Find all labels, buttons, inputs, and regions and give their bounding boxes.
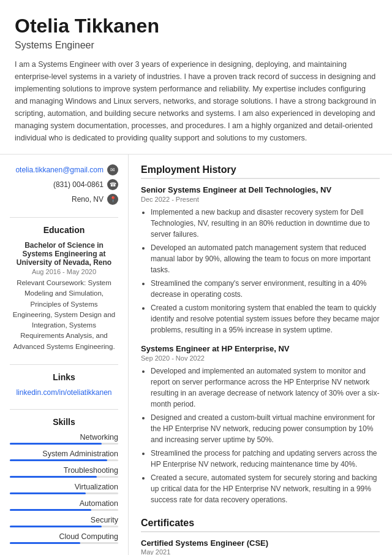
skill-name: Networking xyxy=(10,433,118,442)
job-bullets: Implemented a new backup and disaster re… xyxy=(141,207,380,335)
skill-name: System Administration xyxy=(10,450,118,458)
skill-item: Troubleshooting xyxy=(10,466,118,478)
bullet-item: Created a secure, automated system for s… xyxy=(151,472,380,505)
skill-name: Automation xyxy=(10,499,118,508)
location-text: Reno, NV xyxy=(72,195,104,204)
email-link[interactable]: otelia.tikkanen@gmail.com xyxy=(15,166,104,174)
bullet-item: Streamlined the company's server environ… xyxy=(151,278,380,300)
coursework-text: Relevant Coursework: System Modeling and… xyxy=(10,278,118,352)
links-section: Links linkedin.com/in/oteliatikkanen xyxy=(10,372,118,397)
bullet-item: Developed an automated patch management … xyxy=(151,242,380,275)
skill-name: Security xyxy=(10,516,118,524)
skill-bar-bg xyxy=(10,526,118,527)
location-icon: 📍 xyxy=(107,194,118,205)
skill-bar-bg xyxy=(10,476,118,478)
skill-bar-fill xyxy=(10,459,107,461)
coursework-label: Relevant Coursework: xyxy=(17,279,86,286)
summary-text: I am a Systems Engineer with over 3 year… xyxy=(15,58,377,144)
job-title: Senior Systems Engineer at Dell Technolo… xyxy=(141,185,380,194)
contact-email-item: otelia.tikkanen@gmail.com ✉ xyxy=(10,164,118,175)
skill-bar-fill xyxy=(10,443,102,445)
phone-text: (831) 004-0861 xyxy=(53,180,104,189)
job-dates: Sep 2020 - Nov 2022 xyxy=(141,354,380,362)
skill-item: Networking xyxy=(10,433,118,445)
skill-item: Cloud Computing xyxy=(10,532,118,544)
job-entry: Systems Engineer at HP Enterprise, NV Se… xyxy=(141,344,380,505)
job-title: Systems Engineer at HP Enterprise, NV xyxy=(141,344,380,353)
job-entry: Senior Systems Engineer at Dell Technolo… xyxy=(141,185,380,335)
links-title: Links xyxy=(10,372,118,382)
skill-item: Security xyxy=(10,516,118,527)
job-bullets: Developed and implemented an automated s… xyxy=(141,366,380,505)
job-dates: Dec 2022 - Present xyxy=(141,196,380,203)
skill-bar-bg xyxy=(10,443,118,445)
skill-name: Cloud Computing xyxy=(10,532,118,541)
resume-header: Otelia Tikkanen Systems Engineer I am a … xyxy=(0,0,392,155)
linkedin-link[interactable]: linkedin.com/in/oteliatikkanen xyxy=(10,388,118,397)
bullet-item: Created a custom monitoring system that … xyxy=(151,302,380,335)
certificates-title: Certificates xyxy=(141,518,380,532)
skills-section: Skills Networking System Administration … xyxy=(10,417,118,544)
employment-title: Employment History xyxy=(141,164,380,179)
skill-bar-bg xyxy=(10,542,118,544)
degree-text: Bachelor of Science in Systems Engineeri… xyxy=(10,241,118,267)
candidate-title: Systems Engineer xyxy=(15,40,377,51)
bullet-item: Implemented a new backup and disaster re… xyxy=(151,207,380,240)
skill-bar-bg xyxy=(10,459,118,461)
skill-bar-fill xyxy=(10,509,91,511)
skill-name: Troubleshooting xyxy=(10,466,118,475)
education-section: Education Bachelor of Science in Systems… xyxy=(10,225,118,352)
skill-item: Virtualization xyxy=(10,483,118,494)
employment-section: Employment History Senior Systems Engine… xyxy=(141,164,380,505)
skill-name: Virtualization xyxy=(10,483,118,491)
certificates-section: Certificates Certified Systems Engineer … xyxy=(141,518,380,555)
phone-icon: ☎ xyxy=(107,179,118,190)
skill-bar-bg xyxy=(10,492,118,494)
contact-phone-item: (831) 004-0861 ☎ xyxy=(10,179,118,190)
bullet-item: Streamlined the process for patching and… xyxy=(151,448,380,470)
skill-bar-fill xyxy=(10,542,80,544)
mail-icon: ✉ xyxy=(107,164,118,175)
skill-bar-fill xyxy=(10,526,102,527)
contact-location-item: Reno, NV 📍 xyxy=(10,194,118,205)
contact-section: otelia.tikkanen@gmail.com ✉ (831) 004-08… xyxy=(10,164,118,205)
education-dates: Aug 2016 - May 2020 xyxy=(10,268,118,275)
cert-date: May 2021 xyxy=(141,548,380,555)
left-column: otelia.tikkanen@gmail.com ✉ (831) 004-08… xyxy=(0,155,129,555)
skill-bar-fill xyxy=(10,492,86,494)
cert-name: Certified Systems Engineer (CSE) xyxy=(141,538,380,548)
bullet-item: Developed and implemented an automated s… xyxy=(151,366,380,410)
skill-item: System Administration xyxy=(10,450,118,461)
skill-item: Automation xyxy=(10,499,118,511)
skill-bar-fill xyxy=(10,476,97,478)
skill-bar-bg xyxy=(10,509,118,511)
skills-title: Skills xyxy=(10,417,118,427)
cert-item: Certified Systems Engineer (CSE) May 202… xyxy=(141,538,380,555)
bullet-item: Designed and created a custom-built virt… xyxy=(151,412,380,445)
right-column: Employment History Senior Systems Engine… xyxy=(129,155,392,555)
coursework-detail: System Modeling and Simulation, Principl… xyxy=(13,279,116,350)
education-title: Education xyxy=(10,225,118,235)
candidate-name: Otelia Tikkanen xyxy=(15,15,377,37)
